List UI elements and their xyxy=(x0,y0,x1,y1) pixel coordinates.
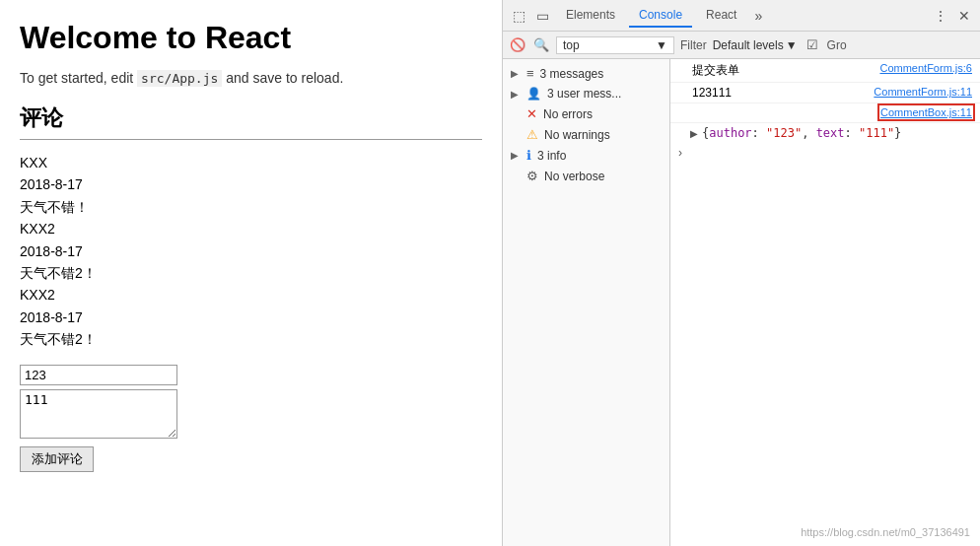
console-entry-1: ▶ 提交表单 CommentForm.js:6 xyxy=(670,59,980,83)
tab-console[interactable]: Console xyxy=(629,4,692,28)
gro-label: Gro xyxy=(827,38,847,52)
console-object-entry: ▶ {author: "123", text: "111"} xyxy=(670,123,980,143)
sidebar-item-warnings[interactable]: ▶ ⚠ No warnings xyxy=(503,124,669,145)
devtools-actions: ⋮ ✕ xyxy=(931,6,974,26)
messages-icon: ≡ xyxy=(526,66,534,81)
tab-elements[interactable]: Elements xyxy=(556,4,625,28)
warnings-label: No warnings xyxy=(544,128,610,142)
console-toolbar: 🚫 🔍 top ▼ Filter Default levels ▼ ☑ Gro xyxy=(503,32,980,59)
subtitle: To get started, edit src/App.js and save… xyxy=(20,70,482,86)
comment-list: KXX2018-8-17天气不错！ KXX22018-8-17天气不错2！ KX… xyxy=(20,152,482,351)
console-prompt[interactable]: › xyxy=(670,143,980,163)
entry-text: 123111 xyxy=(692,86,870,100)
comment-item: KXX22018-8-17天气不错2！ xyxy=(20,284,482,350)
console-body: ▶ ≡ 3 messages ▶ 👤 3 user mess... ▶ ✕ No… xyxy=(503,59,980,546)
main-content: Welcome to React To get started, edit sr… xyxy=(0,0,503,546)
clear-console-icon[interactable]: 🚫 xyxy=(509,36,526,54)
add-comment-button[interactable]: 添加评论 xyxy=(20,446,94,472)
verbose-icon: ⚙ xyxy=(526,169,538,183)
context-value: top xyxy=(563,38,580,52)
warning-icon: ⚠ xyxy=(526,127,538,142)
close-devtools-icon[interactable]: ✕ xyxy=(954,6,974,26)
inspect-icon[interactable]: ⬚ xyxy=(509,6,528,26)
info-icon: ℹ xyxy=(526,148,531,163)
expand-arrow-icon: ▶ xyxy=(511,89,521,100)
prompt-symbol: › xyxy=(678,146,682,160)
filter-icon[interactable]: 🔍 xyxy=(532,36,550,54)
console-entry-2: ▶ 123111 CommentForm.js:11 xyxy=(670,83,980,103)
user-icon: 👤 xyxy=(526,87,541,101)
entry-source-1[interactable]: CommentForm.js:6 xyxy=(879,62,972,74)
context-selector[interactable]: top ▼ xyxy=(556,36,674,54)
sidebar-item-errors[interactable]: ▶ ✕ No errors xyxy=(503,103,669,124)
expand-arrow-icon: ▶ xyxy=(511,68,521,79)
filter-label: Filter xyxy=(680,38,707,52)
entry-text: 提交表单 xyxy=(692,62,875,79)
checkbox-icon[interactable]: ☑ xyxy=(804,36,821,54)
entry-source-2[interactable]: CommentForm.js:11 xyxy=(874,86,972,98)
entry-source-3[interactable]: CommentBox.js:11 xyxy=(880,106,972,118)
errors-label: No errors xyxy=(543,107,593,121)
content-textarea[interactable]: 111 xyxy=(20,389,177,439)
sidebar-item-info[interactable]: ▶ ℹ 3 info xyxy=(503,145,669,166)
comment-item: KXX2018-8-17天气不错！ xyxy=(20,152,482,218)
devtools-panel: ⬚ ▭ Elements Console React » ⋮ ✕ 🚫 🔍 top… xyxy=(503,0,980,546)
error-icon: ✕ xyxy=(526,106,537,121)
more-options-icon[interactable]: ⋮ xyxy=(931,6,950,26)
page-title: Welcome to React xyxy=(20,20,482,56)
console-sidebar: ▶ ≡ 3 messages ▶ 👤 3 user mess... ▶ ✕ No… xyxy=(503,59,670,546)
object-expand-icon[interactable]: ▶ xyxy=(690,128,698,139)
sidebar-item-verbose[interactable]: ▶ ⚙ No verbose xyxy=(503,166,669,186)
comments-section-title: 评论 xyxy=(20,103,482,133)
watermark: https://blog.csdn.net/m0_37136491 xyxy=(801,526,970,538)
context-arrow-icon: ▼ xyxy=(656,38,667,52)
info-label: 3 info xyxy=(537,149,566,163)
console-output: ▶ 提交表单 CommentForm.js:6 ▶ 123111 Comment… xyxy=(670,59,980,546)
expand-arrow-icon: ▶ xyxy=(511,150,521,161)
console-entry-3: ▶ CommentBox.js:11 xyxy=(670,103,980,123)
sidebar-item-messages[interactable]: ▶ ≡ 3 messages xyxy=(503,63,669,84)
sidebar-item-user-messages[interactable]: ▶ 👤 3 user mess... xyxy=(503,84,669,103)
comment-form: 111 添加评论 xyxy=(20,365,482,472)
more-tabs-icon[interactable]: » xyxy=(750,8,766,24)
comment-item: KXX22018-8-17天气不错2！ xyxy=(20,218,482,284)
default-levels-selector[interactable]: Default levels ▼ xyxy=(713,38,798,52)
messages-label: 3 messages xyxy=(540,67,604,81)
verbose-label: No verbose xyxy=(544,170,604,183)
name-input[interactable] xyxy=(20,365,177,385)
devtools-tabs-bar: ⬚ ▭ Elements Console React » ⋮ ✕ xyxy=(503,0,980,32)
object-text: {author: "123", text: "111"} xyxy=(702,126,901,140)
device-icon[interactable]: ▭ xyxy=(532,6,552,26)
section-divider xyxy=(20,139,482,140)
tab-react[interactable]: React xyxy=(696,4,746,28)
user-messages-label: 3 user mess... xyxy=(547,87,621,101)
